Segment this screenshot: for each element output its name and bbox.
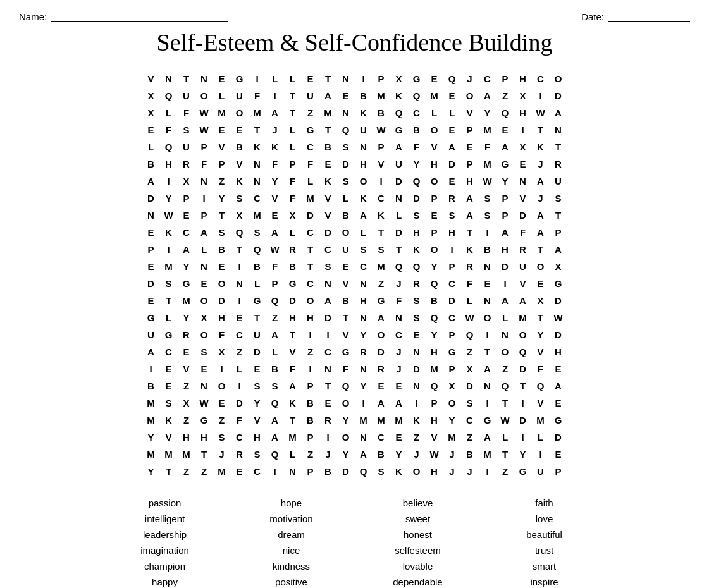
letter-cell: R xyxy=(514,241,532,258)
letter-cell: I xyxy=(195,190,213,207)
letter-cell: S xyxy=(373,241,390,258)
letter-cell: E xyxy=(266,207,284,224)
letter-cell: Y xyxy=(142,463,160,480)
letter-cell: S xyxy=(337,138,355,156)
letter-cell: E xyxy=(532,275,550,292)
letter-cell: E xyxy=(249,360,266,377)
letter-cell: B xyxy=(213,241,231,258)
word-item: kindness xyxy=(228,561,355,572)
letter-cell: V xyxy=(249,412,266,429)
letter-cell: G xyxy=(390,121,408,138)
letter-cell: Z xyxy=(231,343,249,360)
letter-cell: M xyxy=(514,309,532,326)
letter-cell: B xyxy=(355,87,373,104)
letter-cell: X xyxy=(514,138,532,156)
letter-cell: U xyxy=(302,87,319,104)
letter-cell: A xyxy=(479,87,496,104)
letter-cell: G xyxy=(178,275,195,292)
letter-cell: M xyxy=(160,446,178,463)
letter-cell: Z xyxy=(266,309,284,326)
letter-cell: T xyxy=(284,104,302,121)
letter-cell: Q xyxy=(160,138,178,156)
letter-cell: W xyxy=(195,395,213,412)
letter-cell: W xyxy=(532,104,550,121)
letter-cell: T xyxy=(213,207,231,224)
letter-cell: J xyxy=(532,190,550,207)
letter-cell: I xyxy=(443,241,461,258)
letter-cell: T xyxy=(550,207,567,224)
letter-cell: E xyxy=(160,377,178,395)
word-item: believe xyxy=(355,498,481,508)
letter-cell: A xyxy=(266,429,284,446)
letter-cell: T xyxy=(479,343,496,360)
letter-cell: Z xyxy=(373,275,390,292)
letter-cell: X xyxy=(178,173,195,190)
letter-cell: B xyxy=(479,241,496,258)
letter-cell: F xyxy=(390,292,408,309)
letter-cell: S xyxy=(408,207,426,224)
word-item: faith xyxy=(481,498,608,508)
letter-cell: Q xyxy=(408,258,426,275)
letter-cell: C xyxy=(178,224,195,241)
letter-cell: J xyxy=(319,446,337,463)
letter-cell: C xyxy=(302,275,319,292)
letter-cell: P xyxy=(496,190,514,207)
letter-cell: E xyxy=(426,207,443,224)
letter-cell: T xyxy=(249,121,266,138)
letter-cell: A xyxy=(461,190,479,207)
letter-cell: N xyxy=(195,70,213,87)
letter-cell: Y xyxy=(514,446,532,463)
letter-cell: I xyxy=(479,395,496,412)
letter-cell: Z xyxy=(496,87,514,104)
letter-cell: Z xyxy=(302,446,319,463)
letter-cell: O xyxy=(426,121,443,138)
letter-cell: R xyxy=(319,412,337,429)
letter-cell: X xyxy=(284,207,302,224)
letter-cell: O xyxy=(195,326,213,343)
letter-cell: F xyxy=(479,138,496,156)
letter-cell: U xyxy=(249,326,266,343)
letter-cell: Q xyxy=(461,326,479,343)
letter-cell: M xyxy=(479,121,496,138)
letter-cell: L xyxy=(195,241,213,258)
letter-cell: V xyxy=(178,360,195,377)
letter-cell: A xyxy=(319,87,337,104)
letter-cell: T xyxy=(195,446,213,463)
letter-cell: W xyxy=(160,207,178,224)
letter-cell: O xyxy=(514,326,532,343)
letter-cell: T xyxy=(337,309,355,326)
letter-cell: I xyxy=(142,360,160,377)
letter-cell: Q xyxy=(514,343,532,360)
letter-cell: I xyxy=(160,241,178,258)
date-label: Date: xyxy=(581,11,604,22)
word-item: lovable xyxy=(355,561,481,572)
letter-cell: W xyxy=(426,446,443,463)
letter-cell: J xyxy=(443,463,461,480)
letter-cell: D xyxy=(319,224,337,241)
letter-cell: V xyxy=(231,156,249,173)
letter-cell: V xyxy=(461,104,479,121)
letter-cell: Q xyxy=(231,224,249,241)
letter-cell: Q xyxy=(266,446,284,463)
letter-cell: A xyxy=(479,429,496,446)
letter-cell: C xyxy=(302,138,319,156)
letter-cell: W xyxy=(550,309,567,326)
letter-cell: A xyxy=(319,292,337,309)
letter-cell: V xyxy=(142,70,160,87)
letter-cell: A xyxy=(550,104,567,121)
letter-cell: Q xyxy=(496,377,514,395)
letter-cell: L xyxy=(160,104,178,121)
word-item: intelligent xyxy=(102,513,228,524)
letter-cell: N xyxy=(355,309,373,326)
letter-cell: G xyxy=(373,292,390,309)
letter-cell: X xyxy=(213,343,231,360)
letter-cell: Y xyxy=(337,412,355,429)
letter-cell: I xyxy=(302,360,319,377)
letter-cell: O xyxy=(408,463,426,480)
letter-cell: D xyxy=(408,190,426,207)
letter-cell: N xyxy=(284,463,302,480)
letter-cell: Z xyxy=(213,173,231,190)
letter-cell: A xyxy=(195,224,213,241)
letter-cell: H xyxy=(160,156,178,173)
letter-cell: P xyxy=(213,156,231,173)
